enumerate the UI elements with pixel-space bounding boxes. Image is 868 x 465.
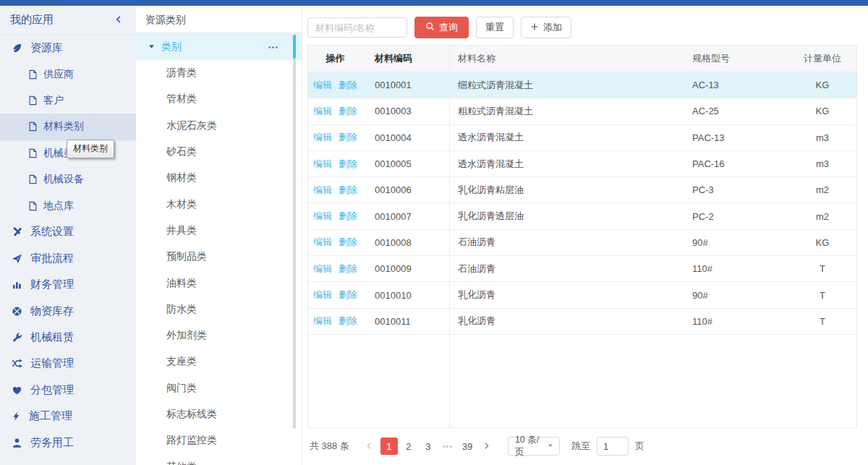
edit-link[interactable]: 编辑 bbox=[313, 105, 332, 118]
material-name: 石油沥青 bbox=[449, 263, 680, 276]
table-row[interactable]: 编辑删除 0010004 透水沥青混凝土 PAC-13 m3 bbox=[308, 125, 856, 151]
category-item[interactable]: 管材类 bbox=[136, 86, 302, 112]
category-item[interactable]: 油料类 bbox=[136, 270, 302, 296]
edit-link[interactable]: 编辑 bbox=[313, 79, 332, 92]
category-item[interactable]: 外加剂类 bbox=[136, 323, 302, 349]
material-spec: PAC-16 bbox=[680, 158, 788, 169]
search-input[interactable] bbox=[307, 17, 407, 38]
sidebar-item-label: 分包管理 bbox=[30, 383, 74, 397]
table-row[interactable]: 编辑删除 0010006 乳化沥青粘层油 PC-3 m2 bbox=[308, 177, 856, 203]
column-header-code: 材料编码 bbox=[362, 52, 449, 65]
search-icon bbox=[425, 22, 435, 33]
category-item[interactable]: 井具类 bbox=[136, 218, 302, 244]
bar-chart-icon bbox=[12, 279, 22, 290]
category-tree-root[interactable]: 类别 ••• bbox=[136, 33, 302, 60]
material-name: 透水沥青混凝土 bbox=[449, 158, 680, 171]
page-ellipsis-icon[interactable]: ••• bbox=[439, 438, 456, 455]
add-button[interactable]: 添加 bbox=[521, 17, 571, 38]
sidebar-item-machine-equipment[interactable]: 机械设备 bbox=[0, 166, 136, 192]
category-item[interactable]: 防水类 bbox=[136, 297, 302, 323]
sidebar-item-subcontract-management[interactable]: 分包管理 bbox=[0, 377, 136, 403]
category-item[interactable]: 其他类 bbox=[136, 453, 302, 465]
edit-link[interactable]: 编辑 bbox=[313, 263, 332, 276]
material-code: 0010008 bbox=[362, 237, 449, 248]
material-unit: KG bbox=[788, 80, 856, 90]
sidebar-item-transport-management[interactable]: 运输管理 bbox=[0, 351, 136, 377]
category-item[interactable]: 阀门类 bbox=[136, 375, 302, 401]
table-row[interactable]: 编辑删除 0010008 石油沥青 90# KG bbox=[308, 230, 856, 256]
table-row[interactable]: 编辑删除 0010003 粗粒式沥青混凝土 AC-25 KG bbox=[308, 98, 856, 124]
more-actions-icon[interactable]: ••• bbox=[268, 43, 278, 51]
sidebar-item-labor-employment[interactable]: 劳务用工 bbox=[0, 430, 136, 456]
delete-link[interactable]: 删除 bbox=[339, 131, 357, 144]
sidebar-item-resource-library[interactable]: 资源库 bbox=[0, 35, 136, 61]
page-number-button[interactable]: 3 bbox=[420, 438, 437, 455]
delete-link[interactable]: 删除 bbox=[339, 236, 357, 249]
collapse-sidebar-button[interactable] bbox=[114, 14, 123, 26]
next-page-button[interactable] bbox=[478, 438, 495, 455]
sidebar-item-machine-rental[interactable]: 机械租赁 bbox=[0, 324, 136, 350]
category-item[interactable]: 钢材类 bbox=[136, 165, 302, 191]
caret-down-icon[interactable] bbox=[148, 43, 155, 50]
delete-link[interactable]: 删除 bbox=[339, 158, 357, 171]
category-item[interactable]: 支座类 bbox=[136, 349, 302, 375]
table-row[interactable]: 编辑删除 0010011 乳化沥青 110# T bbox=[308, 309, 856, 335]
material-spec: PC-3 bbox=[680, 184, 788, 195]
material-unit: T bbox=[788, 290, 856, 301]
sidebar-item-construction-management[interactable]: 施工管理 bbox=[0, 403, 136, 429]
category-item[interactable]: 标志标线类 bbox=[136, 401, 302, 427]
sidebar-item-location-library[interactable]: 地点库 bbox=[0, 192, 136, 218]
sidebar-item-system-settings[interactable]: 系统设置 bbox=[0, 219, 136, 245]
edit-link[interactable]: 编辑 bbox=[313, 236, 332, 249]
material-name: 粗粒式沥青混凝土 bbox=[449, 105, 680, 118]
category-item[interactable]: 木材类 bbox=[136, 191, 302, 217]
edit-link[interactable]: 编辑 bbox=[313, 131, 332, 144]
material-name: 乳化沥青 bbox=[449, 289, 680, 302]
category-item[interactable]: 水泥石灰类 bbox=[136, 113, 302, 139]
category-scrollbar-thumb[interactable] bbox=[293, 35, 296, 59]
material-code: 0010007 bbox=[362, 211, 449, 222]
sidebar-item-finance-management[interactable]: 财务管理 bbox=[0, 272, 136, 298]
material-name: 石油沥青 bbox=[449, 236, 680, 249]
edit-link[interactable]: 编辑 bbox=[313, 210, 332, 223]
category-item[interactable]: 砂石类 bbox=[136, 139, 302, 165]
previous-page-button[interactable] bbox=[361, 438, 378, 455]
tools-icon bbox=[12, 226, 22, 237]
jump-page-input[interactable] bbox=[597, 437, 629, 456]
category-scrollbar[interactable] bbox=[293, 35, 296, 429]
page-size-select[interactable]: 10 条/页 bbox=[508, 437, 560, 456]
category-item[interactable]: 预制品类 bbox=[136, 244, 302, 270]
material-unit: KG bbox=[788, 106, 856, 116]
delete-link[interactable]: 删除 bbox=[339, 289, 357, 302]
category-item[interactable]: 路灯监控类 bbox=[136, 427, 302, 453]
edit-link[interactable]: 编辑 bbox=[313, 315, 332, 328]
delete-link[interactable]: 删除 bbox=[339, 263, 357, 276]
sidebar-item-material-inventory[interactable]: 物资库存 bbox=[0, 298, 136, 324]
column-header-name: 材料名称 bbox=[449, 52, 680, 65]
sidebar-item-supplier[interactable]: 供应商 bbox=[0, 61, 136, 87]
query-button[interactable]: 查询 bbox=[414, 17, 469, 38]
category-item[interactable]: 沥青类 bbox=[136, 60, 302, 86]
sidebar-item-material-category[interactable]: 材料类别 bbox=[0, 114, 136, 140]
delete-link[interactable]: 删除 bbox=[339, 184, 357, 197]
table-row[interactable]: 编辑删除 0010007 乳化沥青透层油 PC-2 m2 bbox=[308, 203, 856, 229]
delete-link[interactable]: 删除 bbox=[339, 210, 357, 223]
table-row[interactable]: 编辑删除 0010009 石油沥青 110# T bbox=[308, 256, 856, 282]
page-number-button[interactable]: 39 bbox=[459, 438, 476, 455]
page-number-button[interactable]: 2 bbox=[400, 438, 417, 455]
edit-link[interactable]: 编辑 bbox=[313, 184, 332, 197]
column-header-unit: 计量单位 bbox=[788, 52, 856, 65]
delete-link[interactable]: 删除 bbox=[339, 105, 357, 118]
reset-button[interactable]: 重置 bbox=[476, 17, 514, 38]
sidebar-item-customer[interactable]: 客户 bbox=[0, 88, 136, 114]
table-row[interactable]: 编辑删除 0010001 细粒式沥青混凝土 AC-13 KG bbox=[308, 72, 856, 98]
sidebar-item-approval-flow[interactable]: 审批流程 bbox=[0, 245, 136, 271]
table-row[interactable]: 编辑删除 0010010 乳化沥青 90# T bbox=[308, 282, 856, 308]
delete-link[interactable]: 删除 bbox=[339, 315, 357, 328]
table-row[interactable]: 编辑删除 0010005 透水沥青混凝土 PAC-16 m3 bbox=[308, 151, 856, 177]
page-number-button[interactable]: 1 bbox=[380, 438, 398, 455]
material-unit: m3 bbox=[788, 132, 856, 143]
edit-link[interactable]: 编辑 bbox=[313, 158, 332, 171]
delete-link[interactable]: 删除 bbox=[339, 79, 357, 92]
edit-link[interactable]: 编辑 bbox=[313, 289, 332, 302]
